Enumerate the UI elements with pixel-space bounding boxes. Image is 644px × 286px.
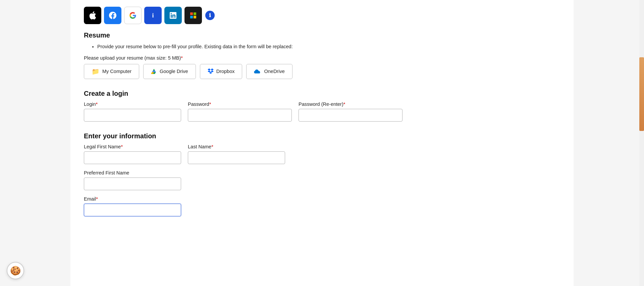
legal-first-name-label: Legal First Name*	[84, 144, 181, 149]
dropbox-label: Dropbox	[216, 69, 235, 74]
my-computer-button[interactable]: 📁 My Computer	[84, 64, 139, 79]
onedrive-label: OneDrive	[264, 69, 284, 74]
email-row: Email*	[84, 196, 560, 216]
email-input[interactable]	[84, 204, 181, 216]
google-signin-button[interactable]	[124, 7, 142, 24]
upload-required-marker: *	[181, 55, 183, 61]
info-icon: ℹ	[209, 12, 211, 18]
social-icons-row: i ℹ	[84, 3, 560, 24]
resume-section-title: Resume	[84, 31, 560, 39]
scrollbar-track[interactable]	[639, 0, 644, 286]
login-section: Create a login Login* Password* Password…	[84, 90, 560, 122]
preferred-first-name-label: Preferred First Name	[84, 170, 181, 175]
my-computer-label: My Computer	[102, 69, 131, 74]
password-reenter-field-group: Password (Re-enter)*	[299, 101, 402, 122]
preferred-first-name-input[interactable]	[84, 177, 181, 190]
cookie-icon: 🍪	[10, 266, 21, 276]
resume-bullet: Provide your resume below to pre-fill yo…	[97, 43, 560, 51]
microsoft-grid-icon	[190, 12, 196, 18]
scrollbar-thumb[interactable]	[639, 57, 644, 131]
google-drive-label: Google Drive	[160, 69, 188, 74]
cookie-consent-button[interactable]: 🍪	[7, 262, 24, 279]
upload-buttons: 📁 My Computer Google Drive Dropbox	[84, 64, 560, 79]
login-field-group: Login*	[84, 101, 181, 122]
info-button[interactable]: ℹ	[205, 11, 215, 20]
legal-first-name-input[interactable]	[84, 151, 181, 164]
login-section-title: Create a login	[84, 90, 560, 97]
preferred-first-name-field-group: Preferred First Name	[84, 170, 181, 190]
facebook-signin-button[interactable]	[104, 7, 121, 24]
onedrive-button[interactable]: OneDrive	[246, 64, 292, 79]
info-section-title: Enter your information	[84, 132, 560, 140]
info-section: Enter your information Legal First Name*…	[84, 132, 560, 216]
login-label: Login*	[84, 101, 181, 107]
preferred-name-row: Preferred First Name	[84, 170, 560, 190]
password-input[interactable]	[188, 109, 292, 122]
folder-icon: 📁	[92, 68, 100, 75]
upload-label: Please upload your resume (max size: 5 M…	[84, 55, 560, 61]
resume-section: Resume Provide your resume below to pre-…	[84, 31, 560, 79]
email-field-group: Email*	[84, 196, 181, 216]
login-fields-row: Login* Password* Password (Re-enter)*	[84, 101, 560, 122]
microsoft-signin-button[interactable]	[184, 7, 202, 24]
password-reenter-input[interactable]	[299, 109, 402, 122]
google-drive-icon	[151, 68, 157, 74]
google-drive-button[interactable]: Google Drive	[143, 64, 196, 79]
password-label: Password*	[188, 101, 292, 107]
password-field-group: Password*	[188, 101, 292, 122]
last-name-field-group: Last Name*	[188, 144, 285, 164]
password-reenter-label: Password (Re-enter)*	[299, 101, 402, 107]
dropbox-button[interactable]: Dropbox	[200, 64, 243, 79]
svg-marker-0	[153, 69, 155, 71]
last-name-label: Last Name*	[188, 144, 285, 149]
login-input[interactable]	[84, 109, 181, 122]
legal-first-name-field-group: Legal First Name*	[84, 144, 181, 164]
onedrive-icon	[254, 69, 261, 74]
linkedin-signin-button[interactable]	[164, 7, 182, 24]
last-name-input[interactable]	[188, 151, 285, 164]
page-wrapper: i ℹ Resume Provide your resume below to …	[70, 0, 574, 286]
name-fields-row: Legal First Name* Last Name*	[84, 144, 560, 164]
email-label: Email*	[84, 196, 181, 202]
dropbox-icon	[208, 68, 214, 74]
indeed-signin-button[interactable]: i	[144, 7, 162, 24]
apple-signin-button[interactable]	[84, 7, 101, 24]
